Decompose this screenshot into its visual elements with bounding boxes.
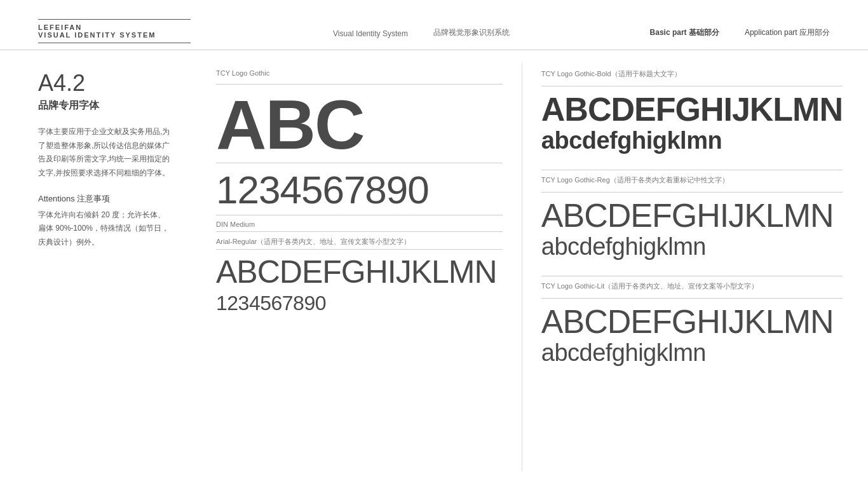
logo-section: LEFEIFAN VISUAL IDENTITY SYSTEM [38, 19, 229, 43]
font-gothic-label: TCY Logo Gothic [216, 69, 503, 81]
header: LEFEIFAN VISUAL IDENTITY SYSTEM Visual I… [0, 0, 868, 50]
attention-description: 字体允许向右倾斜 20 度；允许长体、扁体 90%-100%，特殊情况（如节日，… [38, 208, 172, 250]
font-reg-label: TCY Logo Gothic-Reg（适用于各类内文着重标记中性文字） [541, 175, 843, 189]
nav-right: Basic part 基础部分 Application part 应用部分 [614, 27, 830, 43]
font-right-divider-3 [541, 192, 843, 193]
font-numbers-medium-display: 1234567890 [216, 291, 503, 315]
font-section-gothic: TCY Logo Gothic ABC 1234567890 DIN Mediu… [216, 69, 503, 316]
font-right-divider-1 [541, 86, 843, 86]
font-lit-section: TCY Logo Gothic-Lit（适用于各类内文、地址、宣传文案等小型文字… [541, 281, 843, 372]
section-number: A4.2 [38, 69, 172, 97]
din-medium-label: DIN Medium [216, 220, 503, 228]
logo-name: LEFEIFAN [38, 24, 229, 31]
font-right-divider-5 [541, 298, 843, 299]
font-divider-1 [216, 84, 503, 85]
font-left-panel: TCY Logo Gothic ABC 1234567890 DIN Mediu… [203, 63, 522, 471]
font-reg-section: TCY Logo Gothic-Reg（适用于各类内文着重标记中性文字） ABC… [541, 175, 843, 268]
logo-bottom-line [38, 43, 191, 43]
font-bold-section: TCY Logo Gothic-Bold（适用于标题大文字） ABCDEFGHI… [541, 69, 843, 162]
font-lit-label: TCY Logo Gothic-Lit（适用于各类内文、地址、宣传文案等小型文字… [541, 281, 843, 295]
nav-center: Visual Identity System 品牌视觉形象识别系统 [229, 27, 614, 43]
attention-title: Attentions 注意事项 [38, 193, 172, 205]
font-bold-upper-display: ABCDEFGHIJKLMN [541, 92, 843, 128]
font-divider-4 [216, 231, 503, 232]
font-divider-5 [216, 249, 503, 250]
section-description: 字体主要应用于企业文献及实务用品,为了塑造整体形象,所以传达信息的媒体广告及印刷… [38, 125, 172, 180]
content-area: TCY Logo Gothic ABC 1234567890 DIN Mediu… [203, 50, 868, 484]
font-reg-upper-display: ABCDEFGHIJKLMN [541, 198, 843, 234]
font-right-divider-4 [541, 276, 843, 276]
font-bold-label: TCY Logo Gothic-Bold（适用于标题大文字） [541, 69, 843, 83]
nav-item-en: Visual Identity System [333, 29, 408, 38]
font-bold-lower-display: abcdefghigklmn [541, 128, 843, 154]
font-right-panel: TCY Logo Gothic-Bold（适用于标题大文字） ABCDEFGHI… [522, 63, 868, 471]
nav-application-part[interactable]: Application part 应用部分 [745, 27, 830, 38]
section-title: 品牌专用字体 [38, 99, 172, 112]
nav-item-cn: 品牌视觉形象识别系统 [433, 27, 510, 38]
font-divider-3 [216, 215, 503, 215]
font-numbers-large-display: 1234567890 [216, 168, 503, 212]
nav-basic-part[interactable]: Basic part 基础部分 [650, 27, 719, 38]
sidebar: A4.2 品牌专用字体 字体主要应用于企业文献及实务用品,为了塑造整体形象,所以… [0, 50, 203, 484]
font-reg-lower-display: abcdefghigklmn [541, 234, 843, 261]
logo-subtitle: VISUAL IDENTITY SYSTEM [38, 31, 229, 39]
font-right-divider-2 [541, 170, 843, 170]
font-abc-large-display: ABC [216, 90, 503, 159]
font-lit-lower-display: abcdefghigklmn [541, 340, 843, 367]
arial-label: Arial-Regular（适用于各类内文、地址、宣传文案等小型文字） [216, 237, 503, 247]
font-abc-medium-display: ABCDEFGHIJKLMN [216, 255, 503, 290]
logo-top-line [38, 19, 191, 20]
font-lit-upper-display: ABCDEFGHIJKLMN [541, 304, 843, 340]
main-content: A4.2 品牌专用字体 字体主要应用于企业文献及实务用品,为了塑造整体形象,所以… [0, 50, 868, 484]
